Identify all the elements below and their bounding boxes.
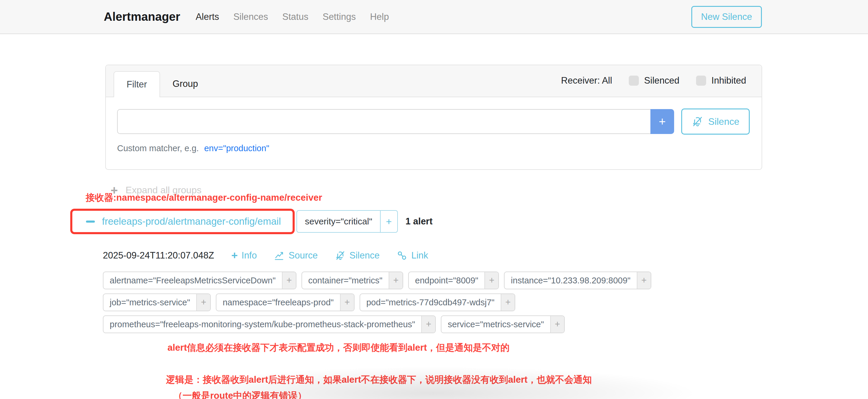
label-text: service="metrics-service" xyxy=(441,316,550,333)
label-text: container="metrics" xyxy=(302,272,389,289)
add-label-filter-button[interactable]: + xyxy=(340,294,354,311)
add-label-filter-button[interactable]: + xyxy=(282,272,296,289)
nav-links: Alerts Silences Status Settings Help xyxy=(196,11,389,22)
label-text: job="metrics-service" xyxy=(103,294,196,311)
chart-line-icon xyxy=(274,250,285,261)
tab-filter[interactable]: Filter xyxy=(114,71,160,97)
add-label-filter-button[interactable]: + xyxy=(637,272,651,289)
bell-slash-icon xyxy=(692,116,704,127)
group-receiver-link[interactable]: freeleaps-prod/alertmanager-config/email xyxy=(102,216,281,227)
group-matcher-add-button[interactable]: + xyxy=(380,211,397,232)
label-tag-namespace: namespace="freeleaps-prod" + xyxy=(216,294,354,311)
link-action-label: Link xyxy=(411,250,428,261)
inhibited-checkbox[interactable] xyxy=(696,75,706,86)
source-action[interactable]: Source xyxy=(274,250,317,261)
filter-card: Filter Group Receiver: All Silenced Inhi… xyxy=(105,65,762,170)
label-tag-job: job="metrics-service" + xyxy=(103,294,211,311)
nav-item-alerts[interactable]: Alerts xyxy=(196,11,219,22)
nav-item-silences[interactable]: Silences xyxy=(233,11,268,22)
add-label-filter-button[interactable]: + xyxy=(421,316,435,333)
silenced-checkbox[interactable] xyxy=(629,75,639,86)
link-icon xyxy=(397,250,407,261)
annotation-logic-note-line2: （一般是route中的逻辑有错误） xyxy=(174,390,868,399)
label-text: namespace="freeleaps-prod" xyxy=(216,294,340,311)
silence-action-label: Silence xyxy=(349,250,380,261)
matcher-hint: Custom matcher, e.g. env="production" xyxy=(117,144,750,153)
link-action[interactable]: Link xyxy=(397,250,428,261)
alert-head-row: 2025-09-24T11:20:07.048Z + Info Source xyxy=(103,250,868,261)
silenced-label: Silenced xyxy=(644,75,679,86)
matcher-example-link[interactable]: env="production" xyxy=(204,144,270,153)
info-action-label: Info xyxy=(242,250,257,261)
info-action[interactable]: + Info xyxy=(231,250,257,261)
group-matcher-text: severity="critical" xyxy=(297,211,380,232)
bell-slash-icon xyxy=(335,250,346,261)
label-text: prometheus="freeleaps-monitoring-system/… xyxy=(103,316,421,333)
add-label-filter-button[interactable]: + xyxy=(501,294,515,311)
add-label-filter-button[interactable]: + xyxy=(196,294,210,311)
silence-action[interactable]: Silence xyxy=(335,250,380,261)
label-tag-container: container="metrics" + xyxy=(302,272,403,289)
silence-button[interactable]: Silence xyxy=(681,109,750,134)
header-controls: Receiver: All Silenced Inhibited xyxy=(561,71,746,90)
add-label-filter-button[interactable]: + xyxy=(550,316,564,333)
label-tag-prometheus: prometheus="freeleaps-monitoring-system/… xyxy=(103,315,436,333)
matcher-input[interactable] xyxy=(117,109,650,134)
tab-group[interactable]: Group xyxy=(160,71,211,97)
annotation-alert-note: alert信息必须在接收器下才表示配置成功，否则即使能看到alert，但是通知是… xyxy=(167,341,868,354)
filter-card-body: + Silence Custom matcher, e.g. env="prod… xyxy=(106,97,762,169)
matcher-hint-text: Custom matcher, e.g. xyxy=(117,144,199,153)
alert-count: 1 alert xyxy=(406,216,433,227)
label-text: instance="10.233.98.209:8009" xyxy=(504,272,637,289)
filter-tabs: Filter Group xyxy=(114,71,211,97)
matcher-row: + Silence xyxy=(117,109,750,134)
alert-detail: 2025-09-24T11:20:07.048Z + Info Source xyxy=(103,250,868,333)
label-row: prometheus="freeleaps-monitoring-system/… xyxy=(103,315,868,333)
inhibited-label: Inhibited xyxy=(711,75,746,86)
alert-group-row: freeleaps-prod/alertmanager-config/email… xyxy=(70,209,868,234)
annotation-logic-note-line1: 逻辑是：接收器收到alert后进行通知，如果alert不在接收器下，说明接收器没… xyxy=(166,373,868,386)
alertmanager-page: Alertmanager Alerts Silences Status Sett… xyxy=(0,0,868,399)
label-row: alertname="FreeleapsMetricsServiceDown" … xyxy=(103,272,868,289)
label-tag-endpoint: endpoint="8009" + xyxy=(408,272,499,289)
label-text: pod="metrics-77d9cdb497-wdsj7" xyxy=(360,294,501,311)
label-tag-instance: instance="10.233.98.209:8009" + xyxy=(504,272,651,289)
annotation-red-box: freeleaps-prod/alertmanager-config/email xyxy=(70,209,295,234)
collapse-minus-icon xyxy=(86,220,95,223)
filter-card-header: Filter Group Receiver: All Silenced Inhi… xyxy=(106,65,762,97)
top-navbar: Alertmanager Alerts Silences Status Sett… xyxy=(0,0,868,34)
add-matcher-button[interactable]: + xyxy=(650,109,674,134)
add-label-filter-button[interactable]: + xyxy=(389,272,403,289)
annotation-receiver-note: 接收器:namespace/altermanager-config-name/r… xyxy=(86,191,868,204)
nav-item-help[interactable]: Help xyxy=(370,11,389,22)
new-silence-button[interactable]: New Silence xyxy=(691,6,762,28)
label-tag-pod: pod="metrics-77d9cdb497-wdsj7" + xyxy=(360,294,515,311)
label-text: alertname="FreeleapsMetricsServiceDown" xyxy=(103,272,282,289)
alert-labels: alertname="FreeleapsMetricsServiceDown" … xyxy=(103,272,868,333)
app-brand[interactable]: Alertmanager xyxy=(104,10,180,23)
group-matcher-tag: severity="critical" + xyxy=(297,210,398,233)
label-row: job="metrics-service" + namespace="freel… xyxy=(103,294,868,311)
source-action-label: Source xyxy=(288,250,317,261)
nav-item-status[interactable]: Status xyxy=(282,11,308,22)
label-tag-alertname: alertname="FreeleapsMetricsServiceDown" … xyxy=(103,272,297,289)
silence-button-label: Silence xyxy=(708,116,739,127)
matcher-input-group: + xyxy=(117,109,674,134)
alert-timestamp: 2025-09-24T11:20:07.048Z xyxy=(103,250,214,261)
add-label-filter-button[interactable]: + xyxy=(485,272,498,289)
label-text: endpoint="8009" xyxy=(409,272,485,289)
receiver-filter[interactable]: Receiver: All xyxy=(561,75,612,86)
nav-item-settings[interactable]: Settings xyxy=(322,11,356,22)
label-tag-service: service="metrics-service" + xyxy=(441,315,564,333)
plus-icon: + xyxy=(231,251,238,260)
